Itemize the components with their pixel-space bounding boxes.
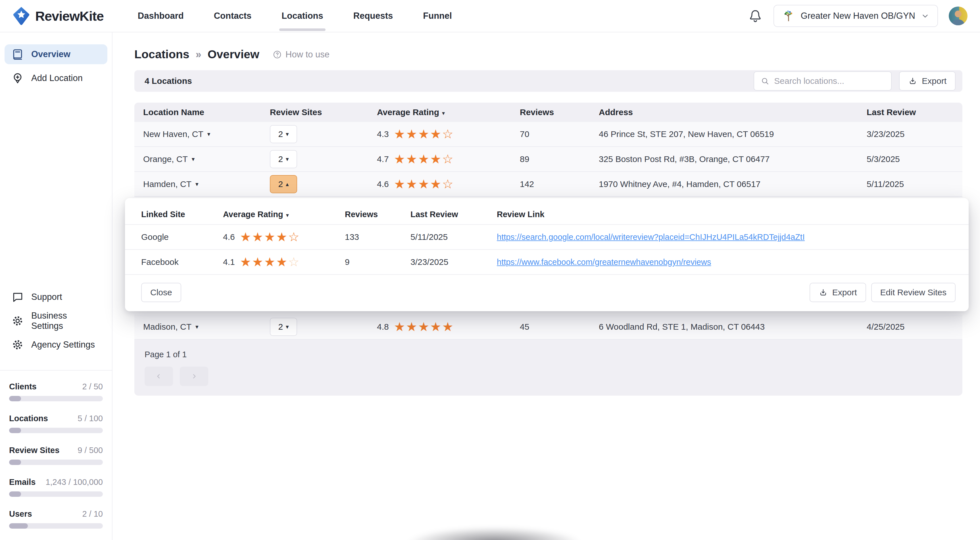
col-last-review: Last Review <box>867 107 963 117</box>
account-switcher[interactable]: Greater New Haven OB/GYN <box>773 5 938 27</box>
address: 1970 Whitney Ave, #4, Hamden, CT 06517 <box>599 179 867 189</box>
star-rating-icon: ★★★★☆ <box>394 153 454 166</box>
gear-icon <box>11 315 24 327</box>
reviewkite-logo-icon <box>13 6 30 25</box>
close-button[interactable]: Close <box>141 283 181 302</box>
review-sites-expander[interactable]: 2▾ <box>270 318 297 336</box>
export-button[interactable]: Export <box>899 71 956 91</box>
col-reviews: Reviews <box>520 107 599 117</box>
nav-dashboard[interactable]: Dashboard <box>138 0 184 32</box>
location-name-dropdown[interactable]: Madison, CT▾ <box>143 322 270 332</box>
brand-name: ReviewKite <box>35 8 104 24</box>
usage-users: Users2 / 10 <box>9 509 103 529</box>
last-review-date: 5/3/2025 <box>867 155 963 164</box>
col-average-rating[interactable]: Average Rating▾ <box>377 107 520 117</box>
download-icon <box>819 288 828 297</box>
nav-requests[interactable]: Requests <box>353 0 393 32</box>
progress-bar <box>9 523 103 529</box>
address: 46 Prince St, STE 207, New Haven, CT 065… <box>599 129 867 139</box>
sidebar-item-agency-settings[interactable]: Agency Settings <box>5 335 107 355</box>
star-rating-icon: ★★★★☆ <box>394 128 454 140</box>
rating-value: 4.6 <box>377 179 389 189</box>
table-header-row: Location Name Review Sites Average Ratin… <box>134 103 963 122</box>
sidebar: Overview Add Location Support <box>0 32 113 540</box>
rating-value: 4.1 <box>223 257 235 267</box>
panel-footer: Close Export <box>125 275 969 303</box>
topbar-right: Greater New Haven OB/GYN <box>748 5 967 27</box>
table-toolbar: 4 Locations <box>134 70 963 92</box>
star-rating-icon: ★★★★☆ <box>240 231 300 243</box>
edit-review-sites-button[interactable]: Edit Review Sites <box>871 283 956 302</box>
locations-table: Location Name Review Sites Average Ratin… <box>134 103 963 396</box>
how-to-use-link[interactable]: How to use <box>272 49 329 60</box>
last-review-date: 5/11/2025 <box>410 232 497 242</box>
client-tree-icon <box>782 10 795 22</box>
page-title: Overview <box>208 48 259 61</box>
linked-site-row: Google 4.6★★★★☆ 133 5/11/2025 https://se… <box>125 225 969 250</box>
star-rating-icon: ★★★★☆ <box>240 256 300 268</box>
add-location-pin-icon <box>11 72 24 84</box>
search-box <box>754 71 892 91</box>
rating-value: 4.6 <box>223 232 235 242</box>
review-link[interactable]: https://www.facebook.com/greaternewhaven… <box>497 258 711 267</box>
linked-site-row: Facebook 4.1★★★★☆ 9 3/23/2025 https://ww… <box>125 250 969 275</box>
location-name-dropdown[interactable]: Hamden, CT▾ <box>143 179 270 189</box>
col-reviews: Reviews <box>345 210 410 219</box>
nav-locations[interactable]: Locations <box>282 0 323 32</box>
caret-down-icon: ▾ <box>196 181 199 188</box>
review-sites-expander[interactable]: 2▾ <box>270 150 297 168</box>
location-name-dropdown[interactable]: New Haven, CT▾ <box>143 129 270 139</box>
nav-funnel[interactable]: Funnel <box>423 0 452 32</box>
col-address: Address <box>599 107 867 117</box>
col-average-rating[interactable]: Average Rating▾ <box>223 210 345 219</box>
col-location-name: Location Name <box>143 107 270 117</box>
usage-review-sites: Review Sites9 / 500 <box>9 446 103 465</box>
chevron-left-icon <box>154 372 163 381</box>
last-review-date: 3/23/2025 <box>867 129 963 139</box>
app-root: ReviewKite Dashboard Contacts Locations … <box>0 0 980 540</box>
reviews-count: 9 <box>345 257 410 267</box>
rating-value: 4.7 <box>377 155 389 164</box>
last-review-date: 4/25/2025 <box>867 322 963 332</box>
next-page-button[interactable] <box>180 366 208 386</box>
caret-down-icon: ▾ <box>192 156 195 162</box>
table-footer: Page 1 of 1 <box>134 339 963 396</box>
sidebar-item-label: Business Settings <box>31 311 100 331</box>
sidebar-item-overview[interactable]: Overview <box>5 45 107 64</box>
location-name-dropdown[interactable]: Orange, CT▾ <box>143 155 270 164</box>
account-name: Greater New Haven OB/GYN <box>801 11 915 21</box>
review-sites-expander[interactable]: 2▾ <box>270 125 297 143</box>
sidebar-item-business-settings[interactable]: Business Settings <box>5 311 107 331</box>
progress-bar <box>9 396 103 401</box>
search-icon <box>760 76 770 86</box>
user-avatar[interactable] <box>949 6 967 25</box>
search-input[interactable] <box>774 76 885 86</box>
breadcrumb-parent[interactable]: Locations <box>134 48 189 61</box>
col-linked-site: Linked Site <box>141 210 223 219</box>
brand[interactable]: ReviewKite <box>13 6 104 25</box>
sidebar-item-label: Overview <box>31 49 70 59</box>
question-circle-icon <box>272 50 282 59</box>
last-review-date: 5/11/2025 <box>867 179 963 189</box>
reviews-count: 133 <box>345 232 410 242</box>
notifications-bell-icon[interactable] <box>748 8 763 24</box>
review-sites-expander-open[interactable]: 2▴ <box>270 175 297 193</box>
star-rating-icon: ★★★★★ <box>394 320 454 333</box>
panel-export-button[interactable]: Export <box>810 283 866 302</box>
sidebar-item-add-location[interactable]: Add Location <box>5 68 107 88</box>
table-row: Orange, CT▾ 2▾ 4.7★★★★☆ 89 325 Boston Po… <box>134 147 963 172</box>
sidebar-item-support[interactable]: Support <box>5 287 107 307</box>
usage-emails: Emails1,243 / 100,000 <box>9 478 103 497</box>
reviews-count: 142 <box>520 179 599 189</box>
caret-down-icon: ▾ <box>196 323 199 330</box>
table-row: Madison, CT▾ 2▾ 4.8★★★★★ 45 6 Woodland R… <box>134 315 963 339</box>
sort-caret-icon: ▾ <box>286 212 289 218</box>
nav-contacts[interactable]: Contacts <box>214 0 252 32</box>
previous-page-button[interactable] <box>145 366 173 386</box>
locations-count: 4 Locations <box>145 76 192 86</box>
caret-down-icon: ▾ <box>207 131 210 137</box>
linked-sites-panel: Linked Site Average Rating▾ Reviews Last… <box>125 198 969 311</box>
caret-up-icon: ▴ <box>286 181 289 188</box>
review-link[interactable]: https://search.google.com/local/writerev… <box>497 233 805 242</box>
overview-book-icon <box>11 48 24 61</box>
